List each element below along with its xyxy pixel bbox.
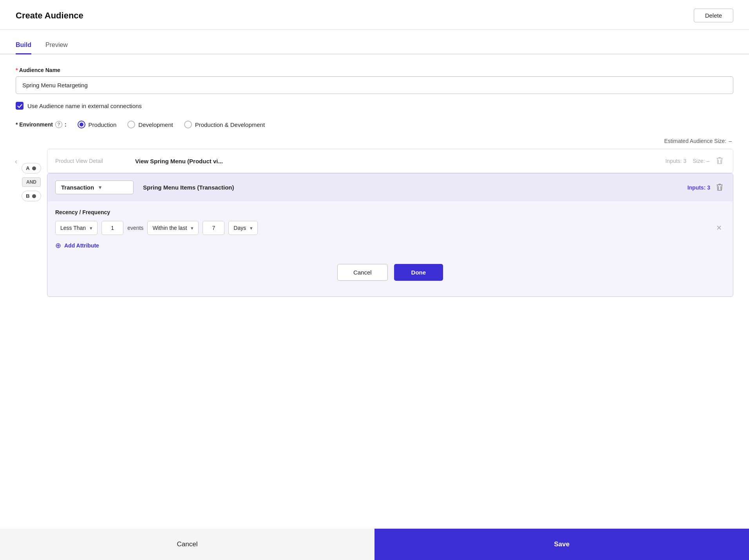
card-b-inputs: Inputs: 3 — [687, 184, 710, 191]
time-range-value: Within the last — [152, 225, 187, 231]
external-connections-checkbox[interactable] — [16, 102, 24, 110]
page-title: Create Audience — [16, 11, 83, 21]
transaction-type-label: Transaction — [61, 184, 94, 191]
estimated-size-row: Estimated Audience Size: – — [16, 138, 733, 144]
environment-label-text: * Environment — [16, 121, 53, 128]
estimated-size-label: Estimated Audience Size: — [664, 138, 726, 144]
operator-select[interactable]: Less Than — [55, 221, 98, 235]
node-a-dot — [32, 166, 36, 170]
tab-bar: Build Preview — [0, 30, 749, 54]
radio-prod-dev-label: Production & Development — [195, 121, 265, 128]
node-b-label: B — [26, 193, 29, 199]
cards-column: Product View Detail View Spring Menu (Pr… — [47, 149, 733, 297]
required-star: * — [16, 67, 19, 73]
node-a-label: A — [26, 165, 29, 171]
and-badge: AND — [22, 177, 41, 187]
card-b-delete-icon[interactable] — [716, 183, 725, 192]
page-header: Create Audience Delete — [0, 0, 749, 30]
card-a-inputs: Inputs: 3 — [665, 158, 686, 164]
radio-prod-dev-circle — [184, 121, 192, 128]
estimated-size-value: – — [729, 138, 732, 144]
collapse-arrow[interactable]: ‹ — [15, 157, 17, 166]
audience-name-input[interactable] — [16, 76, 733, 94]
card-b-header: Transaction Spring Menu Items (Transacti… — [47, 173, 733, 201]
radio-development[interactable]: Development — [127, 121, 173, 128]
environment-label: * Environment ? : — [16, 121, 67, 128]
card-done-button[interactable]: Done — [394, 264, 443, 281]
footer-cancel-button[interactable]: Cancel — [0, 529, 374, 560]
external-connections-row: Use Audience name in external connection… — [16, 102, 733, 110]
card-a-size: Size: – — [693, 158, 709, 164]
environment-help-icon[interactable]: ? — [55, 121, 62, 128]
recency-row-close[interactable]: ✕ — [713, 222, 725, 234]
card-cancel-button[interactable]: Cancel — [337, 264, 388, 281]
card-b: Transaction Spring Menu Items (Transacti… — [47, 173, 733, 297]
days-count-input[interactable] — [203, 221, 224, 235]
external-connections-label: Use Audience name in external connection… — [27, 103, 142, 109]
recency-row: Less Than events Within the last — [55, 221, 725, 235]
card-b-title: Spring Menu Items (Transaction) — [143, 184, 678, 191]
radio-development-label: Development — [138, 121, 173, 128]
operator-value: Less Than — [60, 225, 86, 231]
tab-build[interactable]: Build — [16, 42, 31, 54]
node-a-badge: A — [22, 163, 41, 173]
recency-frequency-section: Recency / Frequency Less Than events Wit… — [47, 201, 733, 296]
page-footer: Cancel Save — [0, 529, 749, 560]
footer-save-button[interactable]: Save — [374, 529, 749, 560]
add-attribute-label: Add Attribute — [64, 242, 99, 249]
radio-development-circle — [127, 121, 135, 128]
card-a-inner: Product View Detail View Spring Menu (Pr… — [47, 149, 733, 173]
days-unit-select[interactable]: Days — [228, 221, 258, 235]
radio-production[interactable]: Production — [78, 121, 117, 128]
time-range-select[interactable]: Within the last — [147, 221, 199, 235]
connector-column: ‹ A AND B — [16, 149, 47, 201]
card-a-type-label: Product View Detail — [55, 158, 126, 164]
audience-name-label: * Audience Name — [16, 67, 733, 73]
node-b-dot — [32, 194, 36, 198]
days-unit-value: Days — [233, 225, 246, 231]
radio-prod-dev[interactable]: Production & Development — [184, 121, 265, 128]
tab-preview[interactable]: Preview — [45, 42, 68, 54]
card-action-buttons: Cancel Done — [55, 258, 725, 290]
card-a: Product View Detail View Spring Menu (Pr… — [47, 149, 733, 173]
add-attribute-button[interactable]: ⊕ Add Attribute — [55, 241, 725, 250]
node-b-badge: B — [22, 191, 41, 201]
card-a-title: View Spring Menu (Product vi... — [135, 158, 656, 164]
card-b-meta: Inputs: 3 — [687, 183, 725, 192]
checkmark-icon — [17, 103, 22, 108]
events-label: events — [127, 225, 143, 231]
delete-button[interactable]: Delete — [694, 9, 733, 22]
count-input[interactable] — [101, 221, 123, 235]
radio-production-circle — [78, 121, 85, 128]
radio-production-inner — [80, 123, 83, 126]
builder-area: ‹ A AND B Pr — [16, 149, 733, 297]
transaction-type-select[interactable]: Transaction — [55, 181, 134, 194]
card-a-meta: Inputs: 3 Size: – — [665, 156, 725, 166]
recency-title: Recency / Frequency — [55, 209, 725, 215]
radio-production-label: Production — [89, 121, 117, 128]
add-attribute-icon: ⊕ — [55, 241, 61, 250]
main-content: * Audience Name Use Audience name in ext… — [0, 54, 749, 297]
environment-row: * Environment ? : Production Development… — [16, 121, 733, 128]
card-a-delete-icon[interactable] — [716, 156, 725, 166]
